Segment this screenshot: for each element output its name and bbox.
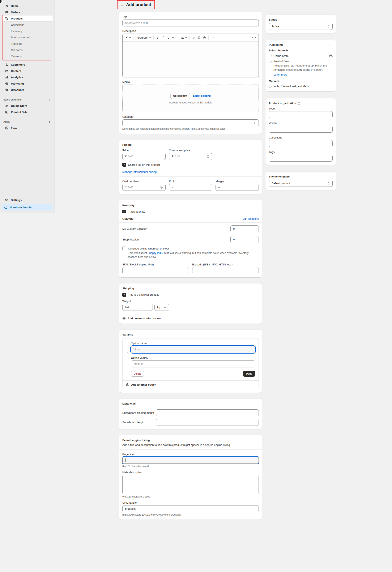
description-textarea[interactable] bbox=[123, 42, 259, 77]
done-button[interactable]: Done bbox=[243, 371, 255, 377]
continue-selling-checkbox[interactable]: Continue selling when out of stock bbox=[122, 247, 259, 250]
point-of-sale-icon bbox=[5, 110, 8, 114]
url-handle-input[interactable] bbox=[122, 505, 259, 512]
category-select[interactable] bbox=[122, 119, 259, 126]
sidebar-item-catalogs[interactable]: Catalogs bbox=[2, 53, 53, 59]
edit-locations-link[interactable]: Edit locations bbox=[243, 217, 259, 220]
sidebar-item-flow[interactable]: Flow bbox=[2, 125, 53, 131]
ai-magic-icon[interactable] bbox=[124, 35, 132, 41]
status-select[interactable]: Active bbox=[269, 23, 333, 30]
sidebar-item-customers[interactable]: Customers bbox=[2, 62, 53, 68]
shopify-pos-link[interactable]: Shopify POS bbox=[148, 252, 163, 254]
plan-badge[interactable]: Non-transferable bbox=[2, 204, 53, 210]
add-customs-information-button[interactable]: Add customs information bbox=[122, 317, 259, 320]
collections-input[interactable] bbox=[269, 140, 333, 147]
sidebar-item-orders[interactable]: Orders bbox=[2, 9, 53, 15]
compare-at-price-input[interactable]: ₹ 0.00 ? bbox=[169, 153, 212, 160]
toolbar-separator bbox=[153, 35, 154, 40]
sku-input[interactable] bbox=[122, 267, 189, 274]
type-input[interactable] bbox=[269, 111, 333, 118]
sidebar-item-online-store[interactable]: Online Store bbox=[2, 103, 53, 109]
option-name-input[interactable]: Size bbox=[131, 346, 255, 353]
back-button[interactable]: ← bbox=[120, 3, 124, 7]
sidebar-item-settings[interactable]: ⚙ Settings bbox=[2, 197, 53, 203]
tags-label: Tags bbox=[269, 150, 333, 154]
upload-new-button[interactable]: Upload new bbox=[170, 93, 190, 99]
cost-per-item-input[interactable]: ₹ 0.00 ? bbox=[122, 184, 166, 191]
meta-description-textarea[interactable] bbox=[122, 475, 259, 494]
radio-icon[interactable] bbox=[269, 55, 272, 57]
quantity-input-custom-location[interactable] bbox=[230, 225, 259, 232]
margin-input[interactable]: -- bbox=[216, 184, 259, 191]
quantity-input-shop-location[interactable] bbox=[230, 236, 259, 243]
code-view-icon[interactable]: </> bbox=[251, 35, 257, 41]
paragraph-style-dropdown[interactable]: Paragraph bbox=[135, 35, 152, 41]
sidebar-item-label: Marketing bbox=[11, 82, 24, 85]
italic-button[interactable]: I bbox=[160, 35, 166, 41]
alignment-button[interactable] bbox=[180, 35, 188, 41]
radio-icon[interactable] bbox=[269, 85, 272, 88]
question-icon[interactable]: ? bbox=[160, 186, 163, 189]
manage-international-pricing-link[interactable]: Manage international pricing bbox=[122, 170, 157, 174]
title-input[interactable] bbox=[122, 19, 259, 26]
tags-input[interactable] bbox=[269, 155, 333, 161]
sidebar-section-apps[interactable]: Apps bbox=[2, 119, 52, 125]
vendor-label: Vendor bbox=[269, 122, 333, 125]
metafield-label: Snowboard length bbox=[122, 421, 156, 424]
sidebar-item-analytics[interactable]: Analytics bbox=[2, 74, 53, 80]
sidebar-item-gift-cards[interactable]: Gift cards bbox=[2, 47, 53, 53]
bold-button[interactable]: B bbox=[155, 35, 160, 41]
more-options-icon[interactable]: ⋯ bbox=[210, 35, 215, 41]
media-dropzone[interactable]: Upload new Select existing Accepts image… bbox=[122, 85, 259, 112]
metafield-input-binding-mount[interactable] bbox=[156, 409, 259, 416]
add-another-option-button[interactable]: Add another option bbox=[126, 383, 255, 386]
link-icon[interactable] bbox=[191, 35, 196, 41]
barcode-input[interactable] bbox=[192, 267, 259, 274]
sidebar: Home Orders Products Collections Invento… bbox=[0, 0, 55, 213]
option-value-input[interactable] bbox=[131, 361, 255, 367]
sidebar-item-inventory[interactable]: Inventory bbox=[2, 28, 53, 34]
sidebar-item-marketing[interactable]: Marketing bbox=[2, 80, 53, 86]
sidebar-item-discounts[interactable]: Discounts bbox=[2, 87, 53, 93]
sidebar-item-home[interactable]: Home bbox=[2, 3, 53, 9]
charge-tax-checkbox[interactable]: ✓ Charge tax on this product bbox=[122, 163, 259, 167]
sidebar-item-point-of-sale[interactable]: Point of Sale bbox=[2, 109, 53, 115]
profit-input[interactable]: -- bbox=[169, 184, 212, 191]
vendor-input[interactable] bbox=[269, 126, 333, 133]
learn-more-link[interactable]: Learn more bbox=[273, 73, 287, 76]
theme-template-select[interactable]: Default product bbox=[269, 180, 333, 187]
text-color-button[interactable]: A bbox=[171, 35, 178, 41]
price-input[interactable]: ₹ 0.00 bbox=[122, 153, 166, 160]
page-title: Add product bbox=[126, 2, 151, 7]
question-icon[interactable]: ? bbox=[206, 155, 209, 158]
metafield-label: Snowboard binding mount bbox=[122, 411, 156, 414]
metafield-input-length[interactable] bbox=[156, 419, 259, 426]
info-icon[interactable] bbox=[297, 102, 300, 105]
underline-button[interactable]: U bbox=[166, 35, 171, 41]
insert-image-icon[interactable] bbox=[196, 35, 202, 41]
delete-option-button[interactable]: Delete bbox=[131, 371, 144, 377]
drag-handle-icon[interactable] bbox=[125, 342, 131, 377]
text-cursor bbox=[125, 459, 125, 462]
sidebar-item-products[interactable]: Products bbox=[2, 16, 53, 21]
sidebar-item-collections[interactable]: Collections bbox=[2, 22, 53, 28]
shipping-title: Shipping bbox=[122, 287, 259, 290]
annotation-box-header: ← Add product bbox=[117, 0, 155, 9]
sidebar-item-transfers[interactable]: Transfers bbox=[2, 41, 53, 47]
insert-video-icon[interactable] bbox=[202, 35, 207, 41]
radio-icon[interactable] bbox=[269, 60, 272, 63]
chevron-right-icon bbox=[48, 120, 51, 123]
physical-product-checkbox[interactable]: ✓ This is a physical product bbox=[122, 293, 259, 297]
page-title-input[interactable] bbox=[122, 457, 259, 464]
sidebar-item-purchase-orders[interactable]: Purchase orders bbox=[2, 34, 53, 40]
overflow-menu-icon[interactable]: ⋯ bbox=[329, 43, 333, 45]
track-quantity-checkbox[interactable]: ✓ Track quantity bbox=[122, 210, 259, 213]
category-label: Category bbox=[122, 115, 259, 118]
sidebar-item-content[interactable]: Content bbox=[2, 68, 53, 74]
plus-circle-icon bbox=[122, 317, 126, 320]
select-existing-link[interactable]: Select existing bbox=[193, 95, 211, 97]
weight-input[interactable] bbox=[122, 304, 153, 311]
weight-unit-select[interactable]: kg bbox=[155, 304, 169, 311]
schedule-calendar-icon[interactable] bbox=[329, 54, 333, 58]
sidebar-section-sales-channels[interactable]: Sales channels bbox=[2, 97, 52, 102]
